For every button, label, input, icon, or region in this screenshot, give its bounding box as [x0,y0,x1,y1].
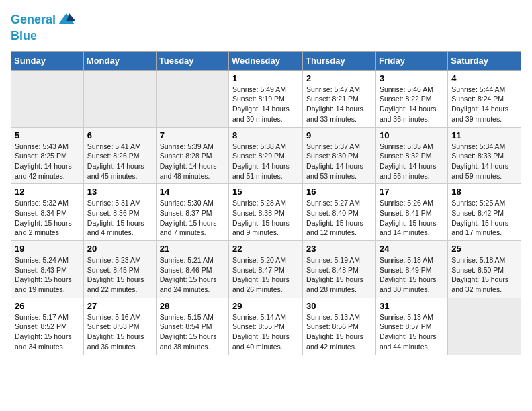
calendar-cell: 20 Sunrise: 5:23 AMSunset: 8:45 PMDaylig… [83,241,156,298]
day-info: Sunrise: 5:27 AMSunset: 8:40 PMDaylight:… [306,198,372,238]
day-info: Sunrise: 5:24 AMSunset: 8:43 PMDaylight:… [15,255,80,295]
day-number: 5 [15,130,80,140]
day-number: 14 [160,187,225,197]
calendar-cell: 27 Sunrise: 5:16 AMSunset: 8:53 PMDaylig… [83,298,156,355]
day-number: 10 [380,130,444,140]
day-number: 15 [232,187,299,197]
calendar-cell: 7 Sunrise: 5:39 AMSunset: 8:28 PMDayligh… [156,127,228,184]
day-number: 23 [306,244,372,254]
day-info: Sunrise: 5:18 AMSunset: 8:50 PMDaylight:… [451,255,517,295]
day-number: 25 [451,244,517,254]
day-info: Sunrise: 5:23 AMSunset: 8:45 PMDaylight:… [87,255,152,295]
page-header: General Blue [11,11,521,43]
day-info: Sunrise: 5:20 AMSunset: 8:47 PMDaylight:… [232,255,299,295]
day-number: 31 [380,301,444,311]
day-info: Sunrise: 5:14 AMSunset: 8:55 PMDaylight:… [232,312,299,352]
day-number: 1 [232,73,299,83]
calendar-table: SundayMondayTuesdayWednesdayThursdayFrid… [11,51,521,355]
day-info: Sunrise: 5:31 AMSunset: 8:36 PMDaylight:… [87,198,152,238]
day-info: Sunrise: 5:26 AMSunset: 8:41 PMDaylight:… [380,198,444,238]
calendar-cell: 29 Sunrise: 5:14 AMSunset: 8:55 PMDaylig… [229,298,303,355]
calendar-cell: 11 Sunrise: 5:34 AMSunset: 8:33 PMDaylig… [448,127,521,184]
calendar-cell: 6 Sunrise: 5:41 AMSunset: 8:26 PMDayligh… [83,127,156,184]
day-info: Sunrise: 5:32 AMSunset: 8:34 PMDaylight:… [15,198,80,238]
weekday-header-thursday: Thursday [303,51,376,70]
weekday-header-monday: Monday [83,51,156,70]
day-info: Sunrise: 5:15 AMSunset: 8:54 PMDaylight:… [160,312,225,352]
calendar-cell: 5 Sunrise: 5:43 AMSunset: 8:25 PMDayligh… [11,127,84,184]
calendar-cell: 8 Sunrise: 5:38 AMSunset: 8:29 PMDayligh… [229,127,303,184]
logo-text: General [11,13,56,27]
calendar-cell: 19 Sunrise: 5:24 AMSunset: 8:43 PMDaylig… [11,241,84,298]
calendar-cell [448,298,521,355]
day-info: Sunrise: 5:44 AMSunset: 8:24 PMDaylight:… [451,85,517,124]
calendar-cell: 30 Sunrise: 5:13 AMSunset: 8:56 PMDaylig… [303,298,376,355]
day-number: 20 [87,244,152,254]
calendar-cell: 25 Sunrise: 5:18 AMSunset: 8:50 PMDaylig… [448,241,521,298]
day-number: 17 [380,187,444,197]
calendar-cell: 12 Sunrise: 5:32 AMSunset: 8:34 PMDaylig… [11,184,84,241]
svg-marker-1 [66,13,76,21]
day-info: Sunrise: 5:17 AMSunset: 8:52 PMDaylight:… [15,312,80,352]
day-number: 3 [380,73,444,83]
day-info: Sunrise: 5:37 AMSunset: 8:30 PMDaylight:… [306,142,372,181]
day-info: Sunrise: 5:43 AMSunset: 8:25 PMDaylight:… [15,142,80,181]
day-info: Sunrise: 5:25 AMSunset: 8:42 PMDaylight:… [451,198,517,238]
calendar-cell [83,70,156,127]
day-info: Sunrise: 5:19 AMSunset: 8:48 PMDaylight:… [306,255,372,295]
day-info: Sunrise: 5:21 AMSunset: 8:46 PMDaylight:… [160,255,225,295]
calendar-cell: 28 Sunrise: 5:15 AMSunset: 8:54 PMDaylig… [156,298,228,355]
calendar-week-1: 1 Sunrise: 5:49 AMSunset: 8:19 PMDayligh… [11,70,521,127]
day-info: Sunrise: 5:39 AMSunset: 8:28 PMDaylight:… [160,142,225,181]
calendar-week-3: 12 Sunrise: 5:32 AMSunset: 8:34 PMDaylig… [11,184,521,241]
calendar-cell: 23 Sunrise: 5:19 AMSunset: 8:48 PMDaylig… [303,241,376,298]
day-info: Sunrise: 5:34 AMSunset: 8:33 PMDaylight:… [451,142,517,181]
calendar-cell: 10 Sunrise: 5:35 AMSunset: 8:32 PMDaylig… [375,127,447,184]
calendar-cell: 18 Sunrise: 5:25 AMSunset: 8:42 PMDaylig… [448,184,521,241]
calendar-cell: 24 Sunrise: 5:18 AMSunset: 8:49 PMDaylig… [375,241,447,298]
day-number: 21 [160,244,225,254]
logo-icon [57,11,76,30]
day-number: 8 [232,130,299,140]
calendar-week-5: 26 Sunrise: 5:17 AMSunset: 8:52 PMDaylig… [11,298,521,355]
calendar-cell: 14 Sunrise: 5:30 AMSunset: 8:37 PMDaylig… [156,184,228,241]
day-number: 28 [160,301,225,311]
day-number: 11 [451,130,517,140]
calendar-cell: 2 Sunrise: 5:47 AMSunset: 8:21 PMDayligh… [303,70,376,127]
logo-blue: Blue [11,30,76,43]
day-number: 26 [15,301,80,311]
day-info: Sunrise: 5:49 AMSunset: 8:19 PMDaylight:… [232,85,299,124]
day-number: 13 [87,187,152,197]
calendar-cell: 1 Sunrise: 5:49 AMSunset: 8:19 PMDayligh… [229,70,303,127]
day-info: Sunrise: 5:30 AMSunset: 8:37 PMDaylight:… [160,198,225,238]
day-number: 16 [306,187,372,197]
calendar-cell: 21 Sunrise: 5:21 AMSunset: 8:46 PMDaylig… [156,241,228,298]
calendar-cell: 4 Sunrise: 5:44 AMSunset: 8:24 PMDayligh… [448,70,521,127]
day-info: Sunrise: 5:46 AMSunset: 8:22 PMDaylight:… [380,85,444,124]
day-number: 27 [87,301,152,311]
day-info: Sunrise: 5:18 AMSunset: 8:49 PMDaylight:… [380,255,444,295]
day-info: Sunrise: 5:28 AMSunset: 8:38 PMDaylight:… [232,198,299,238]
weekday-header-tuesday: Tuesday [156,51,228,70]
calendar-cell: 22 Sunrise: 5:20 AMSunset: 8:47 PMDaylig… [229,241,303,298]
day-info: Sunrise: 5:47 AMSunset: 8:21 PMDaylight:… [306,85,372,124]
day-info: Sunrise: 5:35 AMSunset: 8:32 PMDaylight:… [380,142,444,181]
calendar-week-4: 19 Sunrise: 5:24 AMSunset: 8:43 PMDaylig… [11,241,521,298]
day-number: 18 [451,187,517,197]
day-number: 9 [306,130,372,140]
weekday-header-wednesday: Wednesday [229,51,303,70]
day-info: Sunrise: 5:13 AMSunset: 8:56 PMDaylight:… [306,312,372,352]
day-number: 4 [451,73,517,83]
day-info: Sunrise: 5:13 AMSunset: 8:57 PMDaylight:… [380,312,444,352]
calendar-cell [11,70,84,127]
day-number: 6 [87,130,152,140]
calendar-cell: 16 Sunrise: 5:27 AMSunset: 8:40 PMDaylig… [303,184,376,241]
weekday-header-friday: Friday [375,51,447,70]
calendar-cell: 9 Sunrise: 5:37 AMSunset: 8:30 PMDayligh… [303,127,376,184]
calendar-week-2: 5 Sunrise: 5:43 AMSunset: 8:25 PMDayligh… [11,127,521,184]
day-number: 30 [306,301,372,311]
day-number: 2 [306,73,372,83]
day-number: 22 [232,244,299,254]
calendar-cell: 13 Sunrise: 5:31 AMSunset: 8:36 PMDaylig… [83,184,156,241]
calendar-cell: 31 Sunrise: 5:13 AMSunset: 8:57 PMDaylig… [375,298,447,355]
